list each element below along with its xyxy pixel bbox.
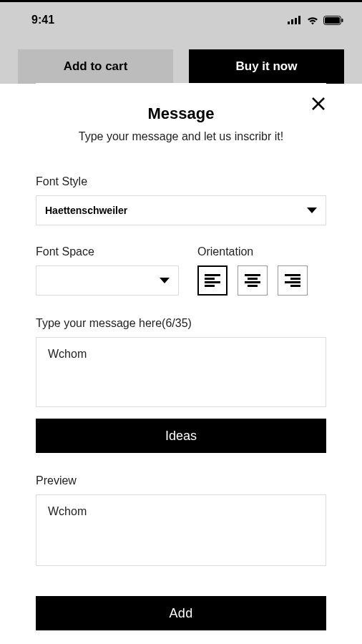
svg-rect-3 <box>298 16 300 24</box>
align-center-icon <box>245 274 260 287</box>
svg-rect-12 <box>205 285 215 287</box>
font-style-label: Font Style <box>36 175 326 188</box>
svg-rect-5 <box>325 17 340 24</box>
orientation-label: Orientation <box>197 245 326 258</box>
message-modal: Message Type your message and let us ins… <box>36 83 326 644</box>
svg-rect-15 <box>245 281 260 283</box>
modal-subtitle: Type your message and let us inscribr it… <box>36 130 326 143</box>
buy-it-now-button[interactable]: Buy it now <box>189 49 344 84</box>
svg-rect-17 <box>285 274 300 276</box>
status-icons <box>288 16 343 25</box>
message-label: Type your message here(6/35) <box>36 317 326 330</box>
svg-rect-13 <box>245 274 260 276</box>
add-button[interactable]: Add <box>36 596 326 630</box>
chevron-down-icon <box>160 278 170 283</box>
font-space-label: Font Space <box>36 245 179 258</box>
status-time: 9:41 <box>19 14 54 26</box>
wifi-icon <box>306 16 319 25</box>
align-left-button[interactable] <box>197 265 228 296</box>
svg-rect-18 <box>290 278 300 280</box>
modal-title: Message <box>36 104 326 123</box>
add-to-cart-button[interactable]: Add to cart <box>18 49 173 84</box>
align-right-icon <box>285 274 300 287</box>
svg-rect-2 <box>295 18 297 24</box>
svg-rect-19 <box>285 281 300 283</box>
font-style-select[interactable]: Haettenschweiler <box>36 195 326 225</box>
preview-label: Preview <box>36 474 326 487</box>
font-style-value: Haettenschweiler <box>45 205 127 216</box>
message-textarea[interactable]: Wchom <box>36 337 326 407</box>
svg-rect-20 <box>290 285 300 287</box>
align-left-icon <box>205 274 220 287</box>
signal-icon <box>288 16 302 24</box>
close-icon[interactable] <box>310 96 326 112</box>
svg-rect-9 <box>205 274 220 276</box>
svg-rect-10 <box>205 278 215 280</box>
svg-rect-0 <box>288 21 290 24</box>
align-center-button[interactable] <box>238 265 268 296</box>
svg-rect-14 <box>248 278 258 280</box>
preview-box: Wchom <box>36 494 326 566</box>
svg-rect-1 <box>291 19 293 24</box>
align-right-button[interactable] <box>278 265 308 296</box>
svg-rect-16 <box>248 285 258 287</box>
ideas-button[interactable]: Ideas <box>36 419 326 453</box>
svg-rect-11 <box>205 281 220 283</box>
svg-rect-6 <box>342 19 343 22</box>
font-space-select[interactable] <box>36 265 179 296</box>
status-bar: 9:41 <box>0 2 362 36</box>
chevron-down-icon <box>307 208 317 213</box>
battery-icon <box>323 16 343 25</box>
